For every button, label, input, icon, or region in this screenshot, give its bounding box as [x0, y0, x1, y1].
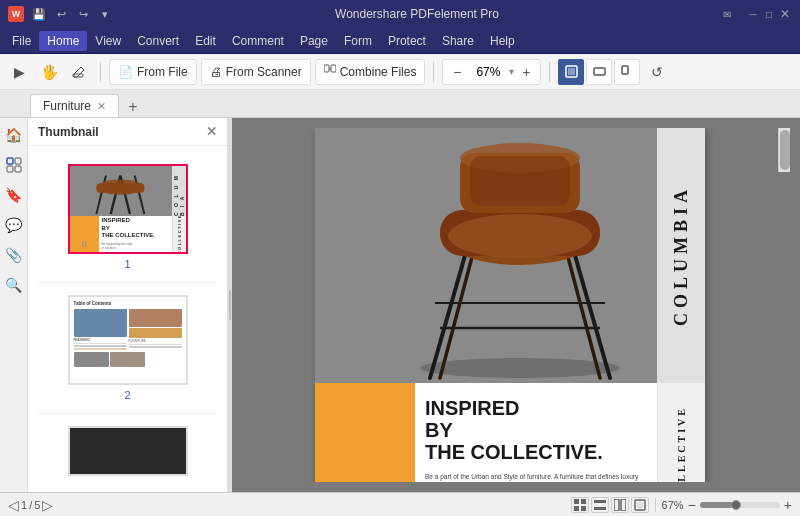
thumbnail-icon[interactable]: [3, 154, 25, 176]
file-icon: 📄: [118, 65, 133, 79]
status-view-buttons: [571, 497, 649, 513]
status-separator: [655, 498, 656, 512]
menu-protect[interactable]: Protect: [380, 31, 434, 51]
pdf-scroll-area[interactable]: COLUMBIA ⌇⌇ INSPIRED BY THE COLLECTIVE: [242, 128, 778, 482]
tab-furniture[interactable]: Furniture ✕: [30, 94, 119, 117]
svg-rect-37: [594, 507, 606, 510]
from-scanner-button[interactable]: 🖨 From Scanner: [201, 59, 311, 85]
scroll-thumb[interactable]: [780, 130, 790, 170]
email-icon[interactable]: ✉: [720, 7, 734, 21]
zoom-in-button[interactable]: +: [516, 61, 536, 83]
thumbnail-item-1[interactable]: C O L U M B I A ⌇⌇ INSPIREDBYTHE COLLEC: [28, 156, 227, 278]
page-next-button[interactable]: ▷: [42, 497, 53, 513]
svg-rect-34: [574, 506, 579, 511]
menu-comment[interactable]: Comment: [224, 31, 292, 51]
main-area: 🏠 🔖 💬 📎 🔍 Thumbnail ✕: [0, 118, 800, 492]
zoom-dropdown-icon[interactable]: ▾: [509, 66, 514, 77]
thumbnail-item-2[interactable]: Table of Contents FEATURED: [28, 287, 227, 409]
zoom-slider[interactable]: [700, 502, 780, 508]
status-list-view[interactable]: [591, 497, 609, 513]
menu-view[interactable]: View: [87, 31, 129, 51]
zoom-control: − 67% ▾ +: [442, 59, 541, 85]
title-bar-left: W 💾 ↩ ↪ ▾: [8, 5, 114, 23]
edit-tool-button[interactable]: [66, 59, 92, 85]
svg-rect-17: [96, 183, 144, 193]
svg-rect-4: [568, 68, 575, 75]
minimize-button[interactable]: ─: [746, 7, 760, 21]
menu-edit[interactable]: Edit: [187, 31, 224, 51]
columbia-text: COLUMBIA: [671, 185, 692, 326]
undo-icon[interactable]: ↩: [52, 5, 70, 23]
from-file-button[interactable]: 📄 From File: [109, 59, 197, 85]
menu-page[interactable]: Page: [292, 31, 336, 51]
svg-rect-38: [614, 499, 619, 511]
fit-page-button[interactable]: [558, 59, 584, 85]
thumbnail-image-3: [68, 426, 188, 476]
svg-rect-41: [637, 502, 643, 508]
maximize-button[interactable]: □: [762, 7, 776, 21]
zoom-out-button[interactable]: −: [447, 61, 467, 83]
actual-size-button[interactable]: [614, 59, 640, 85]
body-text: Be a part of the Urban and Style of furn…: [425, 471, 647, 482]
thumbnail-panel: Thumbnail ✕: [28, 118, 228, 492]
svg-rect-33: [581, 499, 586, 504]
pdf-page-1: COLUMBIA ⌇⌇ INSPIRED BY THE COLLECTIVE: [315, 128, 705, 482]
status-zoom-value: 67%: [662, 499, 684, 511]
combine-files-button[interactable]: Combine Files: [315, 59, 426, 85]
right-scrollbar[interactable]: [778, 128, 790, 172]
tabs-row: Furniture ✕ +: [0, 90, 800, 118]
thumbnail-panel-header: Thumbnail ✕: [28, 118, 227, 146]
menu-home[interactable]: Home: [39, 31, 87, 51]
hand-tool-button[interactable]: 🖐: [36, 59, 62, 85]
svg-rect-35: [581, 506, 586, 511]
thumbnail-item-3[interactable]: [28, 418, 227, 484]
separator-3: [549, 62, 550, 82]
collective-sidebar: COLLECTIVE EST. 2009: [657, 383, 705, 482]
status-zoom-minus[interactable]: −: [688, 497, 696, 513]
app-icon: W: [8, 6, 24, 22]
close-button[interactable]: ✕: [778, 7, 792, 21]
zoom-value[interactable]: 67%: [469, 65, 507, 79]
add-tab-button[interactable]: +: [123, 97, 143, 117]
scanner-icon: 🖨: [210, 65, 222, 79]
fit-width-button[interactable]: [586, 59, 612, 85]
thumbnail-page-num-1: 1: [124, 258, 130, 270]
status-fit-view[interactable]: [631, 497, 649, 513]
svg-point-28: [448, 214, 592, 258]
status-zoom-plus[interactable]: +: [784, 497, 792, 513]
svg-rect-7: [7, 158, 13, 164]
page-prev-button[interactable]: ◁: [8, 497, 19, 513]
svg-rect-8: [15, 158, 21, 164]
menu-file[interactable]: File: [4, 31, 39, 51]
status-bar: ◁ 1 / 5 ▷ 67% −: [0, 492, 800, 516]
svg-rect-6: [622, 66, 628, 74]
svg-rect-1: [324, 65, 329, 72]
inspired-heading: INSPIRED BY THE COLLECTIVE.: [425, 397, 647, 463]
home-icon[interactable]: 🏠: [3, 124, 25, 146]
quick-access-toolbar: 💾 ↩ ↪ ▾: [30, 5, 114, 23]
comments-icon[interactable]: 💬: [3, 214, 25, 236]
thumbnail-image-2: Table of Contents FEATURED: [68, 295, 188, 385]
quick-access-dropdown-icon[interactable]: ▾: [96, 5, 114, 23]
bookmarks-icon[interactable]: 🔖: [3, 184, 25, 206]
tab-close-button[interactable]: ✕: [97, 100, 106, 113]
redo-icon[interactable]: ↪: [74, 5, 92, 23]
search-icon[interactable]: 🔍: [3, 274, 25, 296]
thumbnail-page-num-2: 2: [124, 389, 130, 401]
status-cols-view[interactable]: [611, 497, 629, 513]
status-grid-view[interactable]: [571, 497, 589, 513]
menu-form[interactable]: Form: [336, 31, 380, 51]
status-zoom: 67% − +: [662, 497, 792, 513]
svg-rect-39: [621, 499, 626, 511]
menu-share[interactable]: Share: [434, 31, 482, 51]
select-tool-button[interactable]: ▶: [6, 59, 32, 85]
thumbnail-close-button[interactable]: ✕: [206, 124, 217, 139]
window-controls: ✉ ─ □ ✕: [720, 7, 792, 21]
save-icon[interactable]: 💾: [30, 5, 48, 23]
svg-rect-9: [7, 166, 13, 172]
menu-convert[interactable]: Convert: [129, 31, 187, 51]
attachments-icon[interactable]: 📎: [3, 244, 25, 266]
rotate-button[interactable]: ↺: [644, 59, 670, 85]
menu-help[interactable]: Help: [482, 31, 523, 51]
thumbnail-divider: [38, 282, 217, 283]
